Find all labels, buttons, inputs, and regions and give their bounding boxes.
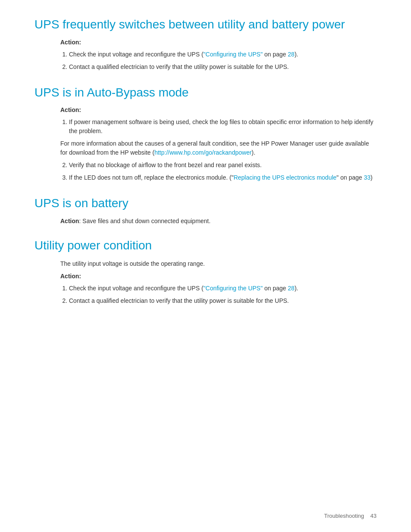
list-item-text: Check the input voltage and reconfigure … xyxy=(69,51,298,58)
section-on-battery-title: UPS is on battery xyxy=(34,196,377,211)
list-item: If the LED does not turn off, replace th… xyxy=(69,173,377,182)
list-item: Contact a qualified electrician to verif… xyxy=(69,62,377,72)
list-item-text: Contact a qualified electrician to verif… xyxy=(69,297,289,304)
utility-power-description: The utility input voltage is outside the… xyxy=(60,259,377,268)
list-item-text: Contact a qualified electrician to verif… xyxy=(69,63,289,70)
section-switches-list: Check the input voltage and reconfigure … xyxy=(69,50,377,72)
section-utility-power-list: Check the input voltage and reconfigure … xyxy=(69,284,377,305)
section-switches-title: UPS frequently switches between utility … xyxy=(34,17,377,32)
section-switches-action-label: Action: xyxy=(60,39,377,46)
page-link-28-2[interactable]: 28 xyxy=(288,285,295,292)
action-bold-label: Action xyxy=(60,218,79,224)
list-item: Check the input voltage and reconfigure … xyxy=(69,50,377,59)
list-item: Verify that no blockage of airflow to th… xyxy=(69,161,377,170)
section-auto-bypass: UPS is in Auto-Bypass mode Action: If po… xyxy=(34,85,377,183)
list-item: Contact a qualified electrician to verif… xyxy=(69,296,377,305)
footer-label: Troubleshooting xyxy=(324,513,364,519)
page-link-28-1[interactable]: 28 xyxy=(288,51,295,58)
section-utility-power-action-label: Action: xyxy=(60,273,377,280)
section-auto-bypass-action-label: Action: xyxy=(60,106,377,113)
page-footer: Troubleshooting 43 xyxy=(324,513,377,519)
list-item-text: Check the input voltage and reconfigure … xyxy=(69,285,298,292)
footer-page-number: 43 xyxy=(371,513,377,519)
list-item: Check the input voltage and reconfigure … xyxy=(69,284,377,293)
section-on-battery-action: Action: Save files and shut down connect… xyxy=(60,218,377,224)
sub-paragraph: For more information about the causes of… xyxy=(60,139,377,157)
section-utility-power: Utility power condition The utility inpu… xyxy=(34,238,377,306)
section-on-battery: UPS is on battery Action: Save files and… xyxy=(34,196,377,224)
list-item-text: If the LED does not turn off, replace th… xyxy=(69,174,373,181)
section-auto-bypass-list: If power management software is being us… xyxy=(69,118,377,182)
section-auto-bypass-title: UPS is in Auto-Bypass mode xyxy=(34,85,377,100)
list-item: If power management software is being us… xyxy=(69,118,377,157)
list-item-text: If power management software is being us… xyxy=(69,118,374,134)
action-text: : Save files and shut down connected equ… xyxy=(79,218,211,224)
hp-website-link[interactable]: http://www.hp.com/go/rackandpower xyxy=(154,149,252,156)
section-utility-power-title: Utility power condition xyxy=(34,238,377,253)
configuring-ups-link-1[interactable]: "Configuring the UPS" xyxy=(203,51,263,58)
replacing-ups-link[interactable]: Replacing the UPS electronics module xyxy=(234,174,336,181)
list-item-text: Verify that no blockage of airflow to th… xyxy=(69,162,262,168)
configuring-ups-link-2[interactable]: "Configuring the UPS" xyxy=(203,285,263,292)
section-switches: UPS frequently switches between utility … xyxy=(34,17,377,72)
page-link-33[interactable]: 33 xyxy=(364,174,371,181)
